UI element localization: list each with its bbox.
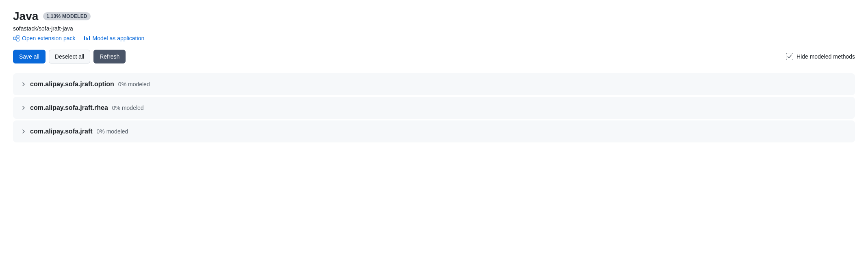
svg-rect-5 — [87, 38, 88, 40]
package-row[interactable]: com.alipay.sofa.jraft.option 0% modeled — [13, 73, 855, 95]
title-row: Java 1.13% MODELED — [13, 10, 855, 23]
toolbar-row: Save all Deselect all Refresh Hide model… — [13, 50, 855, 63]
toolbar-left: Save all Deselect all Refresh — [13, 50, 126, 63]
svg-rect-2 — [17, 39, 19, 41]
chevron-right-icon — [21, 129, 26, 134]
extension-pack-icon — [13, 35, 20, 42]
chevron-right-icon — [21, 82, 26, 87]
toolbar-right: Hide modeled methods — [786, 53, 855, 60]
svg-rect-6 — [89, 36, 90, 40]
package-list: com.alipay.sofa.jraft.option 0% modeled … — [13, 73, 855, 142]
hide-modeled-label: Hide modeled methods — [796, 53, 855, 60]
package-name-0: com.alipay.sofa.jraft.option — [30, 81, 114, 88]
repo-path: sofastack/sofa-jraft-java — [13, 25, 855, 32]
svg-rect-3 — [84, 36, 85, 40]
save-all-button[interactable]: Save all — [13, 50, 46, 63]
package-modeled-0: 0% modeled — [118, 81, 150, 87]
model-as-application-link[interactable]: Model as application — [84, 35, 145, 42]
model-as-application-label: Model as application — [93, 35, 145, 42]
package-name-2: com.alipay.sofa.jraft — [30, 128, 93, 135]
refresh-button[interactable]: Refresh — [93, 50, 126, 63]
links-row: Open extension pack Model as application — [13, 35, 855, 42]
package-modeled-2: 0% modeled — [97, 128, 128, 135]
open-extension-pack-label: Open extension pack — [22, 35, 76, 42]
modeled-badge: 1.13% MODELED — [43, 12, 90, 20]
chevron-right-icon — [21, 105, 26, 110]
hide-modeled-checkbox[interactable] — [786, 53, 793, 60]
svg-rect-4 — [86, 37, 87, 40]
package-row[interactable]: com.alipay.sofa.jraft 0% modeled — [13, 120, 855, 142]
hide-modeled-checkbox-wrapper[interactable]: Hide modeled methods — [786, 53, 855, 60]
svg-rect-0 — [13, 37, 16, 39]
package-modeled-1: 0% modeled — [112, 105, 144, 111]
package-name-1: com.alipay.sofa.jraft.rhea — [30, 104, 108, 112]
page-title: Java — [13, 10, 38, 23]
deselect-all-button[interactable]: Deselect all — [49, 50, 90, 63]
header-section: Java 1.13% MODELED sofastack/sofa-jraft-… — [13, 10, 855, 42]
model-icon — [84, 35, 90, 42]
package-row[interactable]: com.alipay.sofa.jraft.rhea 0% modeled — [13, 97, 855, 119]
open-extension-pack-link[interactable]: Open extension pack — [13, 35, 76, 42]
svg-rect-1 — [17, 35, 19, 38]
